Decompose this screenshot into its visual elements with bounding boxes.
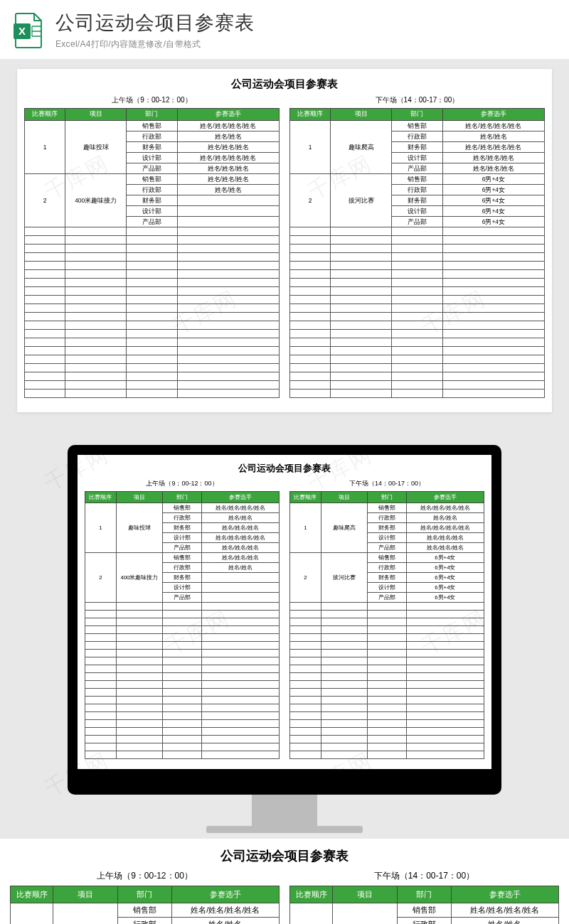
table-row	[85, 665, 280, 673]
table-row	[290, 262, 545, 270]
morning-label: 上午场（9：00-12：00）	[85, 479, 280, 488]
table-row	[290, 381, 545, 390]
table-row	[25, 227, 280, 236]
table-row: 2400米趣味接力销售部姓名/姓名/姓名	[85, 553, 280, 563]
table-row: 1趣味投球销售部姓名/姓名/姓名/姓名	[85, 503, 280, 513]
table-row	[290, 313, 545, 321]
col-order: 比赛顺序	[11, 886, 53, 903]
table-row	[290, 743, 484, 751]
table-row	[290, 618, 484, 626]
table-row	[290, 390, 545, 398]
table-row	[85, 736, 280, 743]
page-header: X 公司运动会项目参赛表 Excel/A4打印/内容随意修改/自带格式	[0, 0, 569, 59]
monitor-mockup: 公司运动会项目参赛表 上午场（9：00-12：00） 比赛顺序项目部门参赛选手1…	[0, 445, 569, 833]
table-row	[25, 355, 280, 364]
table-row	[25, 313, 280, 321]
table-row	[290, 751, 484, 759]
table-row	[290, 330, 545, 338]
table-row	[290, 673, 484, 681]
table-row: 2400米趣味接力销售部姓名/姓名/姓名	[25, 174, 280, 185]
table-row	[290, 642, 484, 650]
svg-text:X: X	[18, 25, 26, 37]
table-row	[85, 728, 280, 736]
sheet-title: 公司运动会项目参赛表	[85, 462, 484, 475]
table-row: 1趣味投球销售部姓名/姓名/姓名/姓名	[11, 903, 280, 918]
table-row	[290, 634, 484, 642]
page-title: 公司运动会项目参赛表	[55, 10, 556, 36]
table-row	[290, 704, 484, 712]
table-row	[25, 296, 280, 304]
table-row	[290, 355, 545, 364]
table-row	[290, 253, 545, 262]
table-row	[25, 321, 280, 330]
table-row	[85, 634, 280, 642]
col-event: 项目	[331, 109, 392, 121]
table-row	[290, 712, 484, 720]
table-row	[290, 720, 484, 728]
table-row	[290, 626, 484, 634]
morning-table: 上午场（9：00-12：00） 比赛顺序项目部门参赛选手1趣味投球销售部姓名/姓…	[24, 94, 280, 398]
table-row	[25, 279, 280, 287]
table-row	[85, 650, 280, 657]
table-row	[290, 270, 545, 279]
table-row: 1趣味爬高销售部姓名/姓名/姓名/姓名	[290, 121, 545, 131]
table-row	[25, 262, 280, 270]
table-row	[290, 364, 545, 372]
table-row	[290, 689, 484, 697]
table-row	[25, 364, 280, 372]
table-row	[290, 697, 484, 704]
table-row	[290, 665, 484, 673]
table-row	[290, 736, 484, 743]
table-row	[25, 338, 280, 347]
table-row	[85, 704, 280, 712]
table-row	[25, 390, 280, 398]
table-row	[290, 287, 545, 296]
table-row	[85, 603, 280, 611]
table-row	[25, 270, 280, 279]
col-dept: 部门	[127, 109, 178, 121]
morning-label: 上午场（9：00-12：00）	[10, 870, 280, 882]
table-row	[290, 279, 545, 287]
table-row	[290, 338, 545, 347]
table-row: 1趣味爬高销售部姓名/姓名/姓名/姓名	[290, 503, 484, 513]
col-event: 项目	[321, 492, 368, 503]
table-row	[290, 372, 545, 381]
col-dept: 部门	[118, 886, 172, 903]
table-row	[25, 304, 280, 313]
table-row	[290, 728, 484, 736]
preview-card: 公司运动会项目参赛表 上午场（9：00-12：00） 比赛顺序项目部门参赛选手1…	[17, 69, 552, 412]
table-row	[85, 689, 280, 697]
table-row	[25, 347, 280, 355]
col-players: 参赛选手	[201, 492, 279, 503]
table-row	[85, 720, 280, 728]
col-dept: 部门	[392, 109, 443, 121]
table-row	[85, 712, 280, 720]
bottom-preview: 公司运动会项目参赛表 上午场（9：00-12：00） 比赛顺序项目部门参赛选手1…	[0, 839, 569, 924]
table-row	[85, 657, 280, 665]
col-players: 参赛选手	[177, 109, 279, 121]
page-subtitle: Excel/A4打印/内容随意修改/自带格式	[55, 38, 556, 50]
col-dept: 部门	[398, 886, 452, 903]
col-event: 项目	[53, 886, 118, 903]
col-players: 参赛选手	[442, 109, 544, 121]
table-row	[25, 245, 280, 253]
table-row	[290, 650, 484, 657]
table-row	[290, 321, 545, 330]
table-row	[85, 626, 280, 634]
table-row	[85, 618, 280, 626]
table-row	[290, 304, 545, 313]
col-event: 项目	[65, 109, 127, 121]
table-row	[25, 372, 280, 381]
table-row	[25, 236, 280, 245]
excel-icon: X	[13, 12, 46, 49]
table-row	[290, 296, 545, 304]
col-order: 比赛顺序	[85, 492, 117, 503]
col-players: 参赛选手	[406, 492, 484, 503]
afternoon-label: 下午场（14：00-17：00）	[289, 95, 545, 105]
table-row	[290, 245, 545, 253]
table-row	[25, 330, 280, 338]
table-row	[85, 751, 280, 759]
col-players: 参赛选手	[451, 886, 558, 903]
col-event: 项目	[333, 886, 398, 903]
col-order: 比赛顺序	[25, 109, 65, 121]
